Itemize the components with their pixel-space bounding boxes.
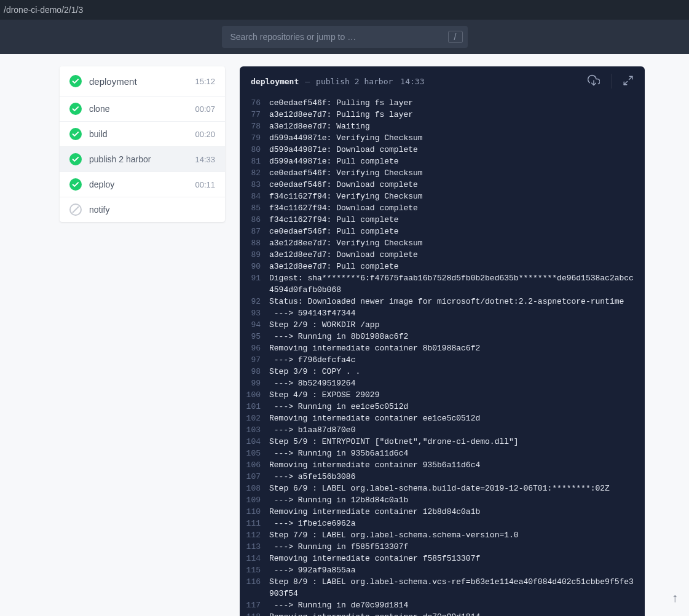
scroll-top-button[interactable]: ↑ (672, 591, 678, 605)
svg-line-8 (624, 81, 627, 84)
line-number: 99 (240, 377, 261, 389)
search-shortcut-badge: / (448, 31, 463, 43)
success-icon (69, 75, 82, 87)
log-line: 118Removing intermediate container de70c… (240, 611, 645, 616)
step-name: deploy (89, 180, 195, 189)
log-line: 105 ---> Running in 935b6a11d6c4 (240, 448, 645, 459)
log-line: 82ce0edaef546f: Verifying Checksum (240, 167, 645, 179)
log-line: 104Step 5/9 : ENTRYPOINT ["dotnet","dron… (240, 436, 645, 448)
line-text: Step 7/9 : LABEL org.label-schema.schema… (269, 529, 530, 541)
line-number: 95 (240, 331, 261, 342)
line-number: 109 (240, 494, 261, 506)
log-line: 79d599a449871e: Verifying Checksum (240, 132, 645, 144)
step-row-build[interactable]: build00:20 (60, 122, 225, 147)
line-text: Removing intermediate container ee1ce5c0… (269, 413, 491, 424)
line-text: d599a449871e: Verifying Checksum (269, 132, 434, 144)
log-line: 89a3e12d8ee7d7: Download complete (240, 249, 645, 261)
log-step-time: 14:33 (400, 77, 424, 86)
line-number: 91 (240, 272, 261, 296)
log-line: 114Removing intermediate container f585f… (240, 553, 645, 564)
step-row-publish-2-harbor[interactable]: publish 2 harbor14:33 (60, 147, 225, 172)
line-text: ce0edaef546f: Download complete (269, 179, 429, 191)
pipeline-name: deployment (89, 76, 195, 87)
log-line: 109 ---> Running in 12b8d84c0a1b (240, 494, 645, 506)
log-line: 106Removing intermediate container 935b6… (240, 459, 645, 471)
line-text: ---> Running in f585f513307f (269, 541, 419, 553)
pipeline-header[interactable]: deployment 15:12 (60, 66, 225, 97)
log-body[interactable]: 76ce0edaef546f: Pulling fs layer77a3e12d… (240, 96, 645, 616)
line-number: 117 (240, 599, 261, 611)
breadcrumb[interactable]: /drone-ci-demo/2/1/3 (4, 5, 83, 15)
log-line: 84f34c11627f94: Verifying Checksum (240, 191, 645, 202)
step-row-deploy[interactable]: deploy00:11 (60, 172, 225, 197)
log-line: 81d599a449871e: Pull complete (240, 156, 645, 167)
step-row-clone[interactable]: clone00:07 (60, 97, 225, 122)
step-time: 14:33 (195, 155, 215, 164)
line-text: f34c11627f94: Download complete (269, 202, 429, 214)
line-number: 105 (240, 448, 261, 459)
log-line: 90a3e12d8ee7d7: Pull complete (240, 261, 645, 272)
download-icon[interactable] (588, 74, 600, 89)
step-row-notify[interactable]: notify (60, 197, 225, 222)
log-line: 97 ---> f796defcfa4c (240, 354, 645, 366)
line-text: a3e12d8ee7d7: Waiting (269, 120, 381, 132)
search-bar-row: / (0, 20, 689, 54)
line-number: 84 (240, 191, 261, 202)
line-text: Step 2/9 : WORKDIR /app (269, 319, 390, 331)
line-text: Step 6/9 : LABEL org.label-schema.build-… (269, 483, 621, 494)
line-text: f34c11627f94: Pull complete (269, 214, 410, 226)
log-line: 103 ---> b1aa87d870e0 (240, 424, 645, 436)
search-input[interactable] (222, 32, 448, 42)
line-text: Step 3/9 : COPY . . (269, 366, 371, 377)
line-text: ce0edaef546f: Pull complete (269, 226, 410, 237)
log-line: 77a3e12d8ee7d7: Pulling fs layer (240, 109, 645, 120)
log-line: 88a3e12d8ee7d7: Verifying Checksum (240, 237, 645, 249)
line-number: 80 (240, 144, 261, 156)
line-text: Removing intermediate container 935b6a11… (269, 459, 491, 471)
step-time: 00:20 (195, 130, 215, 139)
step-time: 00:07 (195, 105, 215, 114)
success-icon (69, 128, 82, 140)
line-text: ---> Running in ee1ce5c0512d (269, 401, 419, 413)
line-text: ---> 8b5249519264 (269, 377, 366, 389)
line-number: 89 (240, 249, 261, 261)
search-box[interactable]: / (222, 26, 468, 48)
step-name: publish 2 harbor (89, 154, 195, 164)
log-line: 110Removing intermediate container 12b8d… (240, 506, 645, 518)
line-number: 110 (240, 506, 261, 518)
log-line: 101 ---> Running in ee1ce5c0512d (240, 401, 645, 413)
line-text: ---> Running in 12b8d84c0a1b (269, 494, 419, 506)
line-text: ce0edaef546f: Pulling fs layer (269, 97, 424, 109)
line-text: f34c11627f94: Verifying Checksum (269, 191, 434, 202)
log-line: 86f34c11627f94: Pull complete (240, 214, 645, 226)
log-line: 87ce0edaef546f: Pull complete (240, 226, 645, 237)
line-number: 101 (240, 401, 261, 413)
log-line: 99 ---> 8b5249519264 (240, 377, 645, 389)
line-text: ---> Running in de70c99d1814 (269, 599, 419, 611)
line-number: 97 (240, 354, 261, 366)
line-text: ---> Running in 8b01988ac6f2 (269, 331, 419, 342)
line-number: 79 (240, 132, 261, 144)
success-icon (69, 178, 82, 191)
line-text: Status: Downloaded newer image for micro… (269, 296, 635, 307)
line-text: a3e12d8ee7d7: Pull complete (269, 261, 410, 272)
line-text: a3e12d8ee7d7: Download complete (269, 249, 429, 261)
line-text: d599a449871e: Pull complete (269, 156, 410, 167)
line-text: ce0edaef546f: Verifying Checksum (269, 167, 434, 179)
line-number: 100 (240, 389, 261, 401)
line-text: Step 4/9 : EXPOSE 29029 (269, 389, 390, 401)
log-line: 93 ---> 594143f47344 (240, 307, 645, 319)
line-text: ---> 1fbe1ce6962a (269, 518, 366, 529)
line-text: ---> 992af9a855aa (269, 564, 366, 576)
header-divider (611, 74, 612, 89)
line-text: Removing intermediate container f585f513… (269, 553, 491, 564)
log-line: 95 ---> Running in 8b01988ac6f2 (240, 331, 645, 342)
line-text: Removing intermediate container de70c99d… (269, 611, 491, 616)
svg-line-6 (73, 207, 79, 213)
log-header-separator: — (305, 77, 310, 86)
log-line: 98Step 3/9 : COPY . . (240, 366, 645, 377)
expand-icon[interactable] (623, 75, 634, 88)
step-name: notify (89, 205, 215, 215)
log-line: 83ce0edaef546f: Download complete (240, 179, 645, 191)
log-line: 115 ---> 992af9a855aa (240, 564, 645, 576)
